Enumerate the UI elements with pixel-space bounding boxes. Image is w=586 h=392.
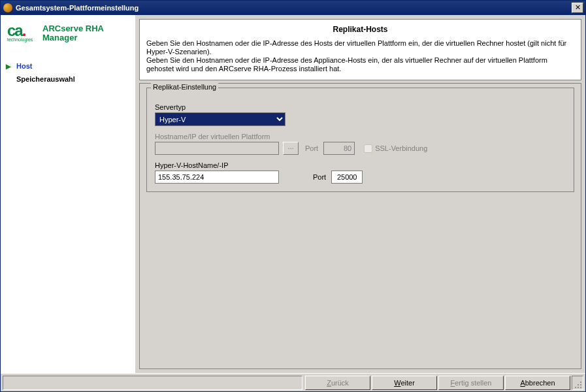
svg-point-4 [578,384,579,385]
body: ca. technologies ARCserve RHA Manager ▶ … [1,15,585,391]
finish-button: Fertig stellen [438,376,504,390]
svg-point-1 [578,387,579,388]
ssl-checkbox [364,144,372,153]
ca-logo: ca. technologies [7,24,37,42]
description-1: Geben Sie den Hostnamen oder die IP-Adre… [146,39,574,56]
servertype-select[interactable]: Hyper-V [155,112,285,126]
product-line2: Manager [42,33,104,42]
triangle-icon: ▶ [6,63,12,70]
svg-point-5 [580,382,581,383]
main-row: ca. technologies ARCserve RHA Manager ▶ … [1,15,585,373]
cancel-button[interactable]: Abbrechen [505,376,570,390]
sidebar-item-storage[interactable]: Speicherauswahl [5,73,131,86]
description-2: Geben Sie den Hostnamen oder die IP-Adre… [146,56,574,73]
resize-grip[interactable] [572,376,583,390]
vp-hostname-input [155,142,279,155]
sidebar-item-label: Speicherauswahl [16,75,75,83]
status-bar [3,376,302,390]
brand-block: ca. technologies ARCserve RHA Manager [5,22,131,45]
close-button[interactable]: ✕ [572,3,583,13]
hv-label: Hyper-V-HostName/-IP [155,161,566,169]
titlebar: Gesamtsystem-Plattformeinstellung ✕ [1,1,585,15]
sidebar-item-host[interactable]: ▶ Host [5,59,131,73]
ssl-checkbox-wrap: SSL-Verbindung [364,144,427,153]
servertype-label: Servertyp [155,103,566,111]
vp-label: Hostname/IP der virtuellen Plattform [155,133,566,140]
replikat-groupbox: Replikat-Einstellung Servertyp Hyper-V H… [146,88,574,192]
hv-port-label: Port [313,173,326,181]
dialog-window: Gesamtsystem-Plattformeinstellung ✕ ca. … [0,0,586,392]
svg-point-3 [580,384,581,385]
product-line1: ARCserve RHA [42,24,104,33]
product-name: ARCserve RHA Manager [42,24,104,42]
header-panel: Replikat-Hosts Geben Sie den Hostnamen o… [139,19,581,80]
browse-button: ... [283,142,299,155]
hv-hostname-input[interactable] [155,171,279,184]
ssl-label: SSL-Verbindung [375,144,427,152]
vp-port-input [323,142,355,155]
next-button[interactable]: Weiter [372,376,437,390]
sidebar-item-label: Host [16,62,32,70]
footer: Zurück Weiter Fertig stellen Abbrechen [1,373,585,391]
ca-logo-sub: technologies [7,37,37,42]
app-icon [3,3,12,12]
ca-logo-text: ca [7,22,22,39]
svg-point-0 [580,387,581,388]
form-panel: Replikat-Einstellung Servertyp Hyper-V H… [139,83,581,369]
page-title: Replikat-Hosts [146,25,574,34]
vp-port-label: Port [305,144,318,152]
grip-icon [574,381,582,389]
back-button: Zurück [305,376,370,390]
sidebar: ca. technologies ARCserve RHA Manager ▶ … [1,15,135,373]
svg-point-2 [575,387,576,388]
window-title: Gesamtsystem-Plattformeinstellung [16,4,572,12]
content-area: Replikat-Hosts Geben Sie den Hostnamen o… [135,15,585,373]
hv-port-input[interactable] [331,171,363,184]
group-legend: Replikat-Einstellung [151,83,218,91]
